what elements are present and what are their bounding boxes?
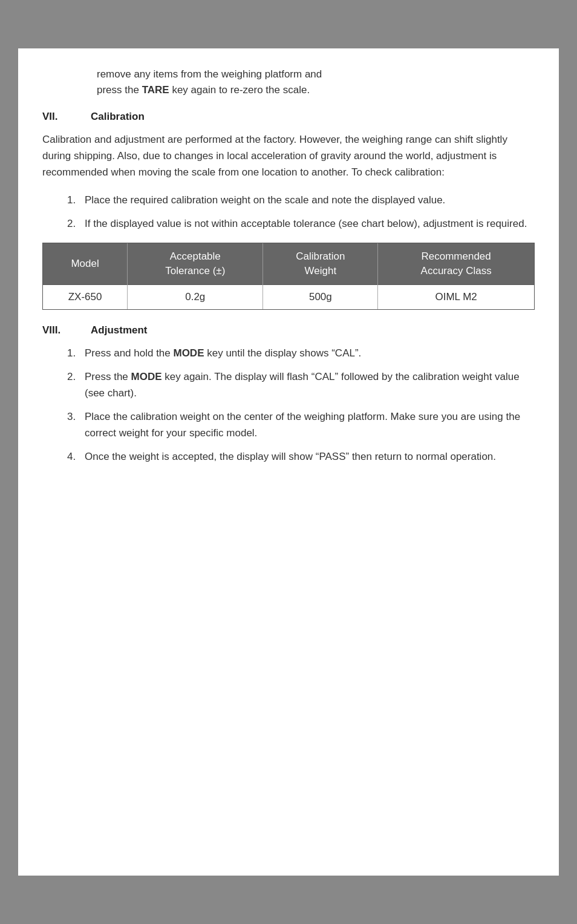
intro-tare-bold: TARE (142, 84, 169, 96)
table-cell-accuracy-class: OIML M2 (378, 284, 534, 309)
section7-title: Calibration (91, 111, 145, 123)
section8-title: Adjustment (91, 324, 148, 336)
table-cell-tolerance: 0.2g (128, 284, 263, 309)
page-content: remove any items from the weighing platf… (18, 48, 559, 876)
table-row: ZX-650 0.2g 500g OIML M2 (43, 284, 534, 309)
table-header-tolerance: AcceptableTolerance (±) (128, 243, 263, 284)
top-bar (0, 0, 577, 48)
section7-heading: VII. Calibration (42, 111, 535, 123)
section8-block: VIII. Adjustment Press and hold the MODE… (42, 324, 535, 465)
section7-num: VII. (42, 111, 73, 123)
section7-steps: Place the required calibration weight on… (79, 192, 535, 232)
mode-bold-1: MODE (173, 347, 204, 359)
intro-line1: remove any items from the weighing platf… (97, 68, 322, 80)
table-cell-model: ZX-650 (43, 284, 128, 309)
mode-bold-2: MODE (131, 371, 162, 382)
section7-body: Calibration and adjustment are performed… (42, 131, 535, 181)
section8-step2: Press the MODE key again. The display wi… (79, 369, 535, 401)
section8-step4: Once the weight is accepted, the display… (79, 448, 535, 465)
intro-line2-pre: press the (97, 84, 142, 96)
section8-heading: VIII. Adjustment (42, 324, 535, 336)
table-header-model: Model (43, 243, 128, 284)
section8-step3: Place the calibration weight on the cent… (79, 408, 535, 441)
section8-num: VIII. (42, 324, 73, 336)
section7-step1: Place the required calibration weight on… (79, 192, 535, 208)
intro-text: remove any items from the weighing platf… (97, 67, 535, 97)
calibration-table: Model AcceptableTolerance (±) Calibratio… (42, 243, 535, 310)
table-header-weight: CalibrationWeight (263, 243, 378, 284)
table-header-row: Model AcceptableTolerance (±) Calibratio… (43, 243, 534, 284)
bottom-bar (0, 876, 577, 924)
section8-step1: Press and hold the MODE key until the di… (79, 345, 535, 361)
section7-block: VII. Calibration Calibration and adjustm… (42, 111, 535, 310)
intro-line2-post: key again to re-zero the scale. (169, 84, 310, 96)
section7-step2: If the displayed value is not within acc… (79, 215, 535, 232)
table-header-accuracy: RecommendedAccuracy Class (378, 243, 534, 284)
section8-steps: Press and hold the MODE key until the di… (79, 345, 535, 465)
table-cell-cal-weight: 500g (263, 284, 378, 309)
